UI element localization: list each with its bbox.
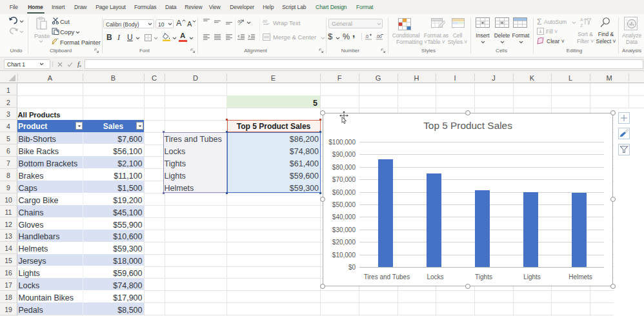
svg-text:.00: .00 [376,34,382,39]
svg-text:A: A [580,17,583,22]
svg-text:ab: ab [263,19,268,23]
svg-text:.0: .0 [365,34,368,39]
svg-text:ab: ab [237,19,243,23]
svg-text:Z: Z [580,23,583,28]
